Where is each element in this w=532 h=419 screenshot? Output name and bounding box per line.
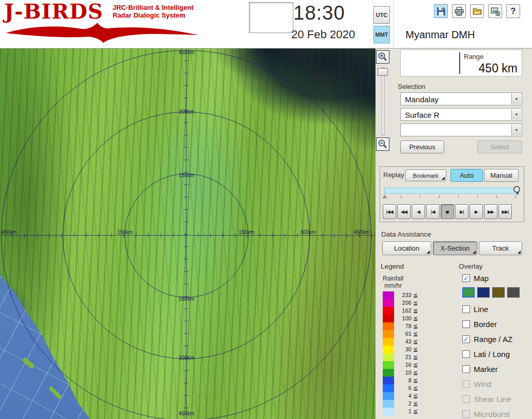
header-bar: J-BIRDS JRC-Brilliant & Intelligent Rada… xyxy=(0,0,532,49)
checkbox-icon[interactable] xyxy=(462,320,470,328)
help-icon: ? xyxy=(511,7,516,16)
overlay-checkbox-shear-line: Shear Line xyxy=(462,395,511,404)
select-button[interactable]: Select xyxy=(477,141,522,153)
legend-row: 206 ≦ xyxy=(383,299,418,307)
legend-unit-line2: mm/hr xyxy=(384,282,402,289)
step-forward-button[interactable]: ▶| xyxy=(455,204,468,219)
selection-title: Selection xyxy=(398,83,425,90)
checkbox-icon[interactable] xyxy=(462,305,470,313)
open-folder-button[interactable] xyxy=(470,4,484,18)
overlay-checkbox-marker[interactable]: Marker xyxy=(462,365,498,374)
logo-subtitle-line1: JRC-Brilliant & Intelligent xyxy=(113,4,194,11)
legend-value: 162 ≦ xyxy=(397,307,418,314)
legend-row: 1 ≦ xyxy=(383,408,418,415)
overlay-checkbox-lati-long[interactable]: Lati / Long xyxy=(462,350,510,359)
legend-swatch xyxy=(383,353,394,361)
legend-value: 2 ≦ xyxy=(397,400,418,407)
checkbox-icon[interactable] xyxy=(462,365,470,373)
skip-to-start-button[interactable]: |◀◀ xyxy=(383,204,396,219)
option-dropdown[interactable]: ▼ xyxy=(400,123,522,136)
overlay-label: Wind xyxy=(474,380,491,389)
track-button[interactable]: Track xyxy=(479,241,522,255)
bookmark-button[interactable]: Bookmark xyxy=(405,169,446,181)
save-icon xyxy=(436,7,446,16)
legend-swatch xyxy=(383,307,394,315)
product-dropdown[interactable]: Surface R ▼ xyxy=(400,108,522,121)
legend-row: 78 ≦ xyxy=(383,322,418,330)
legend-row: 30 ≦ xyxy=(383,346,418,353)
range-label: 150km xyxy=(179,296,194,302)
station-name: Myanmar DMH xyxy=(405,29,475,41)
checkbox-icon[interactable]: ✓ xyxy=(462,274,470,282)
stop-button[interactable]: ■ xyxy=(441,204,454,219)
palette-swatch-olive[interactable] xyxy=(492,287,505,298)
legend-swatch xyxy=(383,408,394,415)
legend-row: 16 ≦ xyxy=(383,361,418,369)
export-image-button[interactable] xyxy=(488,4,502,18)
legend-row: 233 ≦ xyxy=(383,291,418,299)
overlay-checkbox-wind: Wind xyxy=(462,380,491,389)
jbirds-app: J-BIRDS JRC-Brilliant & Intelligent Rada… xyxy=(0,0,532,419)
map-palette-row xyxy=(462,287,520,298)
legend-swatch xyxy=(383,322,394,330)
play-button[interactable]: ▶ xyxy=(470,204,483,219)
palette-swatch-navy[interactable] xyxy=(477,287,490,298)
step-back-button[interactable]: |◀ xyxy=(426,204,440,219)
range-value: 450 km xyxy=(479,61,518,75)
logo-subtitle-line2: Radar Dialogic System xyxy=(113,11,194,19)
clock-date: 20 Feb 2020 xyxy=(291,28,379,41)
play-reverse-button[interactable]: ◀ xyxy=(412,204,425,219)
range-display: Range 450 km xyxy=(400,50,522,76)
fast-forward-button[interactable]: ▶▶ xyxy=(484,204,497,219)
legend-value: 21 ≦ xyxy=(397,354,418,361)
legend-value: 8 ≦ xyxy=(397,377,418,384)
checkbox-icon[interactable]: ✓ xyxy=(462,335,470,343)
overlay-checkbox-border[interactable]: Border xyxy=(462,320,497,329)
legend-row: 4 ≦ xyxy=(383,392,418,400)
logo-subtitle: JRC-Brilliant & Intelligent Radar Dialog… xyxy=(113,4,194,19)
overlay-label: Range / AZ xyxy=(474,335,512,344)
side-panel: Range 450 km Selection Mandalay ▼ Surfac… xyxy=(375,49,532,419)
fast-rewind-button[interactable]: ◀◀ xyxy=(397,204,411,219)
overlay-label: Lati / Long xyxy=(474,350,510,359)
print-button[interactable] xyxy=(452,4,466,18)
radar-map[interactable]: 450km 300km 150km 150km 300km 450km 450k… xyxy=(0,49,375,419)
replay-timeline-slider[interactable] xyxy=(384,188,518,194)
save-button[interactable] xyxy=(434,4,448,18)
legend-value: 78 ≦ xyxy=(397,323,418,330)
logo-title: J-BIRDS xyxy=(4,0,103,23)
overlay-checkbox-line[interactable]: Line xyxy=(462,305,488,314)
utc-button[interactable]: UTC xyxy=(373,6,390,24)
legend-value: 4 ≦ xyxy=(397,393,418,399)
manual-button[interactable]: Manual xyxy=(484,169,519,182)
overlay-label: Border xyxy=(474,320,497,329)
location-button[interactable]: Location xyxy=(382,241,431,255)
range-label: 450km xyxy=(179,411,194,416)
site-dropdown[interactable]: Mandalay ▼ xyxy=(400,92,522,105)
legend-swatch xyxy=(383,330,394,338)
skip-to-end-button[interactable]: ▶▶| xyxy=(498,204,512,219)
legend-swatch xyxy=(383,384,394,392)
overlay-checkbox-range-az[interactable]: ✓ Range / AZ xyxy=(462,335,512,344)
x-section-button[interactable]: X-Section xyxy=(433,241,477,255)
palette-swatch-gray[interactable] xyxy=(507,287,520,298)
legend-value: 43 ≦ xyxy=(397,338,418,345)
mmt-button[interactable]: MMT xyxy=(373,26,390,43)
rainfall-legend: 233 ≦ 206 ≦ 162 ≦ 100 ≦ 78 ≦ 61 ≦ 43 ≦ 3… xyxy=(383,291,418,415)
legend-value: 6 ≦ xyxy=(397,385,418,392)
chevron-down-icon[interactable]: ▼ xyxy=(511,94,521,104)
checkbox-icon[interactable] xyxy=(462,350,470,358)
range-label: 300km xyxy=(179,355,194,361)
legend-row: 21 ≦ xyxy=(383,353,418,361)
timeline-position-handle[interactable] xyxy=(513,186,520,193)
chevron-down-icon[interactable]: ▼ xyxy=(511,125,521,135)
previous-button[interactable]: Previous xyxy=(400,141,444,153)
help-button[interactable]: ? xyxy=(506,4,520,18)
legend-swatch xyxy=(383,392,394,400)
eagle-icon xyxy=(4,22,200,44)
overlay-checkbox-map[interactable]: ✓ Map xyxy=(462,274,489,283)
auto-button[interactable]: Auto xyxy=(450,169,483,182)
overlay-checkbox-microburst: Microburst xyxy=(462,410,510,418)
chevron-down-icon[interactable]: ▼ xyxy=(511,109,521,120)
palette-swatch-green[interactable] xyxy=(462,287,475,298)
